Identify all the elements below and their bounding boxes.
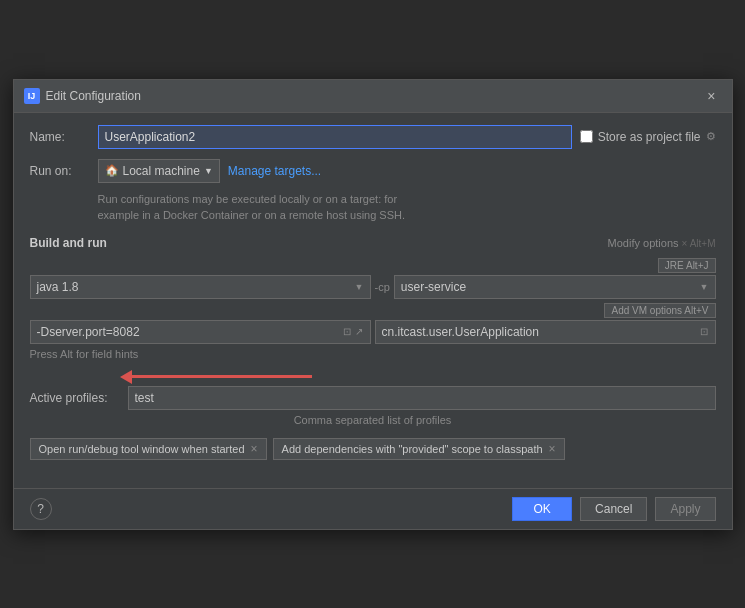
tag-open-window-label: Open run/debug tool window when started — [39, 443, 245, 455]
cancel-button[interactable]: Cancel — [580, 497, 647, 521]
vm-main-row: -Dserver.port=8082 ⊡ ↗ cn.itcast.user.Us… — [30, 320, 716, 344]
modify-options-link[interactable]: Modify options × Alt+M — [608, 237, 716, 249]
help-button[interactable]: ? — [30, 498, 52, 520]
jre-bar: JRE Alt+J — [30, 258, 716, 273]
gear-icon: ⚙ — [706, 130, 716, 143]
press-alt-hint: Press Alt for field hints — [30, 348, 716, 360]
arrow-head-icon — [120, 370, 132, 384]
tag-open-window-close[interactable]: × — [251, 442, 258, 456]
manage-targets-link[interactable]: Manage targets... — [228, 164, 321, 178]
module-text: user-service — [401, 280, 466, 294]
add-vm-shortcut-btn[interactable]: Add VM options Alt+V — [604, 303, 715, 318]
ok-button[interactable]: OK — [512, 497, 572, 521]
module-dropdown[interactable]: user-service ▼ — [394, 275, 716, 299]
active-profiles-row: Active profiles: — [30, 386, 716, 410]
java-dropdown-arrow-icon: ▼ — [355, 282, 364, 292]
main-class-field[interactable]: cn.itcast.user.UserApplication ⊡ — [375, 320, 716, 344]
java-version-dropdown[interactable]: java 1.8 ▼ — [30, 275, 371, 299]
home-icon: 🏠 — [105, 164, 119, 177]
dialog-title: Edit Configuration — [46, 89, 141, 103]
apply-button[interactable]: Apply — [655, 497, 715, 521]
vm-options-more-icon[interactable]: ↗ — [354, 326, 364, 337]
main-class-expand-icon[interactable]: ⊡ — [699, 326, 709, 337]
tag-add-dependencies: Add dependencies with "provided" scope t… — [273, 438, 565, 460]
name-input[interactable] — [98, 125, 572, 149]
run-on-row: Run on: 🏠 Local machine ▼ Manage targets… — [30, 159, 716, 183]
store-project-label: Store as project file — [598, 130, 701, 144]
tag-add-dependencies-close[interactable]: × — [549, 442, 556, 456]
help-text: Run configurations may be executed local… — [98, 191, 716, 224]
tag-add-dependencies-label: Add dependencies with "provided" scope t… — [282, 443, 543, 455]
modify-options-text: Modify options — [608, 237, 679, 249]
footer-buttons: OK Cancel Apply — [512, 497, 715, 521]
store-project-container: Store as project file ⚙ — [580, 130, 716, 144]
red-arrow-indicator — [120, 370, 716, 384]
dialog-footer: ? OK Cancel Apply — [14, 488, 732, 529]
module-dropdown-arrow-icon: ▼ — [700, 282, 709, 292]
app-icon: IJ — [24, 88, 40, 104]
comma-hint: Comma separated list of profiles — [30, 414, 716, 426]
modify-options-shortcut: × Alt+M — [682, 238, 716, 249]
dropdown-arrow-icon: ▼ — [204, 166, 213, 176]
vm-options-field[interactable]: -Dserver.port=8082 ⊡ ↗ — [30, 320, 371, 344]
vm-options-text: -Dserver.port=8082 — [37, 325, 140, 339]
active-profiles-label: Active profiles: — [30, 391, 120, 405]
run-on-label: Run on: — [30, 164, 90, 178]
build-run-header: Build and run Modify options × Alt+M — [30, 236, 716, 250]
edit-configuration-dialog: IJ Edit Configuration × Name: Store as p… — [13, 79, 733, 530]
local-machine-dropdown[interactable]: 🏠 Local machine ▼ — [98, 159, 220, 183]
name-row: Name: Store as project file ⚙ — [30, 125, 716, 149]
main-class-text: cn.itcast.user.UserApplication — [382, 325, 539, 339]
store-project-checkbox[interactable] — [580, 130, 593, 143]
active-profiles-input[interactable] — [128, 386, 716, 410]
name-label: Name: — [30, 130, 90, 144]
title-bar: IJ Edit Configuration × — [14, 80, 732, 113]
vm-options-expand-icon[interactable]: ⊡ — [342, 326, 352, 337]
tag-open-window: Open run/debug tool window when started … — [30, 438, 267, 460]
local-machine-text: Local machine — [123, 164, 200, 178]
dialog-body: Name: Store as project file ⚙ Run on: 🏠 … — [14, 113, 732, 488]
build-run-title: Build and run — [30, 236, 107, 250]
jre-shortcut-btn[interactable]: JRE Alt+J — [658, 258, 716, 273]
cp-label: -cp — [375, 281, 390, 293]
title-bar-left: IJ Edit Configuration — [24, 88, 141, 104]
java-version-text: java 1.8 — [37, 280, 79, 294]
java-module-row: java 1.8 ▼ -cp user-service ▼ — [30, 275, 716, 299]
arrow-line — [132, 375, 312, 378]
tags-row: Open run/debug tool window when started … — [30, 438, 716, 460]
vm-icons: ⊡ ↗ — [342, 326, 364, 337]
close-button[interactable]: × — [701, 86, 721, 106]
vm-options-bar: Add VM options Alt+V — [30, 303, 716, 318]
